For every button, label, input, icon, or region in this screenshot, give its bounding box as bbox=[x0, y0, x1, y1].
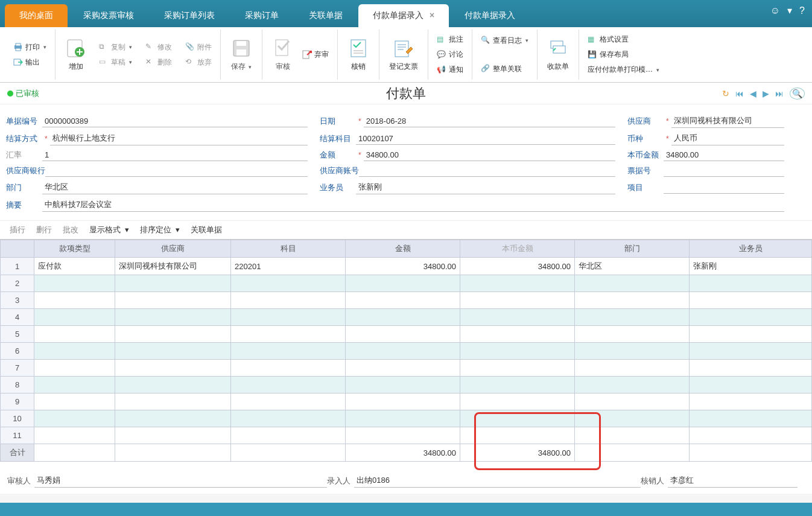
col-amount[interactable]: 金额 bbox=[346, 240, 460, 258]
bill-no-input[interactable] bbox=[664, 165, 784, 177]
table-row[interactable]: 6 bbox=[1, 343, 812, 360]
clerk-input[interactable]: 张新刚 bbox=[356, 180, 615, 194]
chevron-down-icon: ▾ bbox=[525, 37, 528, 43]
project-input[interactable] bbox=[664, 182, 784, 194]
field-amount: 金额 * 34800.00 bbox=[320, 149, 615, 161]
print-template-button[interactable]: 应付付款单打印模… ▾ bbox=[584, 63, 663, 76]
last-icon[interactable]: ⏭ bbox=[775, 89, 784, 98]
col-type[interactable]: 款项类型 bbox=[34, 240, 115, 258]
col-supplier[interactable]: 供应商 bbox=[115, 240, 231, 258]
tab-related-docs[interactable]: 关联单据 bbox=[294, 4, 357, 27]
table-row[interactable]: 7 bbox=[1, 360, 812, 377]
discard-button[interactable]: ⟲ 放弃 bbox=[182, 56, 215, 69]
view-log-button[interactable]: 🔍 查看日志 ▾ bbox=[477, 34, 532, 47]
writeoff-value: 李彦红 bbox=[668, 474, 798, 488]
attachment-button[interactable]: 📎 附件 bbox=[182, 41, 215, 54]
cell-subject[interactable]: 220201 bbox=[231, 258, 346, 275]
summary-input[interactable]: 中航科技7层会议室 bbox=[42, 198, 784, 212]
table-row[interactable]: 1 应付款 深圳同视科技有限公司 220201 34800.00 34800.0… bbox=[1, 258, 812, 275]
cell-supplier[interactable]: 深圳同视科技有限公司 bbox=[115, 258, 231, 275]
smile-icon[interactable]: ☺ bbox=[770, 5, 780, 16]
tab-payment-entry-2[interactable]: 付款单据录入 bbox=[450, 4, 530, 27]
table-row[interactable]: 11 bbox=[1, 427, 812, 444]
currency-input[interactable]: 人民币 bbox=[671, 132, 784, 145]
table-row[interactable]: 2 bbox=[1, 275, 812, 292]
prev-icon[interactable]: ◀ bbox=[750, 89, 756, 98]
search-icon[interactable]: 🔍 bbox=[790, 88, 805, 100]
sort-button[interactable]: 排序定位 ▾ bbox=[140, 225, 180, 235]
insert-row-button[interactable]: 插行 bbox=[10, 225, 25, 235]
help-icon[interactable]: ? bbox=[799, 5, 805, 16]
cell-base-amount[interactable]: 34800.00 bbox=[460, 258, 575, 275]
svg-rect-7 bbox=[236, 41, 246, 46]
whole-related-button[interactable]: 🔗 整单关联 bbox=[477, 63, 532, 75]
related-docs-button[interactable]: 关联单据 bbox=[191, 225, 222, 235]
col-clerk[interactable]: 业务员 bbox=[690, 240, 812, 258]
receipt-button[interactable]: 收款单 bbox=[542, 35, 574, 74]
delete-row-button[interactable]: 删行 bbox=[36, 225, 52, 235]
tab-payment-entry-active[interactable]: 付款单据录入 × bbox=[358, 4, 449, 27]
cell-dept[interactable]: 华北区 bbox=[575, 258, 690, 275]
field-subject: 结算科目 10020107 bbox=[320, 132, 615, 145]
refresh-icon[interactable]: ↻ bbox=[722, 89, 729, 98]
add-button[interactable]: 增加 bbox=[60, 35, 92, 74]
field-summary: 摘要 中航科技7层会议室 bbox=[6, 198, 784, 212]
amount-input[interactable]: 34800.00 bbox=[364, 149, 615, 161]
table-row[interactable]: 5 bbox=[1, 326, 812, 343]
delete-button[interactable]: ✕ 删除 bbox=[142, 56, 176, 69]
display-format-button[interactable]: 显示格式 ▾ bbox=[89, 225, 129, 235]
table-row[interactable]: 8 bbox=[1, 377, 812, 393]
tab-purchase-order[interactable]: 采购订单 bbox=[230, 4, 293, 27]
grid-container: 款项类型 供应商 科目 金额 本币金额 部门 业务员 1 应付款 深圳同视科技有… bbox=[0, 240, 812, 462]
register-cheque-button[interactable]: 登记支票 bbox=[384, 35, 423, 74]
format-setting-button[interactable]: ▦ 格式设置 bbox=[584, 33, 663, 46]
col-dept[interactable]: 部门 bbox=[575, 240, 690, 258]
modify-button[interactable]: ✎ 修改 bbox=[142, 41, 176, 54]
col-subject[interactable]: 科目 bbox=[231, 240, 346, 258]
draft-button[interactable]: ▭ 草稿 ▾ bbox=[95, 56, 136, 69]
svg-rect-1 bbox=[16, 43, 21, 46]
print-button[interactable]: 打印 ▾ bbox=[10, 41, 50, 54]
batch-edit-button[interactable]: 批改 bbox=[63, 225, 78, 235]
supplier-input[interactable]: 深圳同视科技有限公司 bbox=[671, 114, 784, 128]
table-row[interactable]: 4 bbox=[1, 309, 812, 326]
col-base-amount[interactable]: 本币金额 bbox=[460, 240, 575, 258]
svg-rect-11 bbox=[351, 40, 366, 57]
entry-field: 录入人 出纳0186 bbox=[327, 474, 641, 488]
tab-purchase-order-list[interactable]: 采购订单列表 bbox=[150, 4, 229, 27]
notify-button[interactable]: 📢 通知 bbox=[433, 63, 467, 76]
add-label: 增加 bbox=[69, 62, 83, 72]
copy-button[interactable]: ⧉ 复制 ▾ bbox=[95, 41, 136, 54]
table-row[interactable]: 10 bbox=[1, 410, 812, 427]
deprecate-button[interactable]: 弃审 bbox=[299, 48, 332, 61]
tab-close-icon[interactable]: × bbox=[430, 10, 434, 20]
doc-no-input[interactable]: 0000000389 bbox=[42, 115, 308, 127]
field-date: 日期 * 2018-06-28 bbox=[320, 114, 615, 128]
cell-amount[interactable]: 34800.00 bbox=[346, 258, 460, 275]
table-row[interactable]: 9 bbox=[1, 393, 812, 410]
supplier-acct-input[interactable] bbox=[359, 165, 615, 177]
cell-type[interactable]: 应付款 bbox=[34, 258, 115, 275]
audit-button[interactable]: 审核 bbox=[267, 35, 299, 74]
tab-my-desktop[interactable]: 我的桌面 bbox=[5, 4, 68, 27]
save-layout-button[interactable]: 💾 保存布局 bbox=[584, 48, 663, 61]
discuss-button[interactable]: 💬 讨论 bbox=[433, 48, 467, 61]
subject-input[interactable]: 10020107 bbox=[356, 133, 615, 145]
output-button[interactable]: 输出 bbox=[10, 56, 50, 69]
supplier-bank-input[interactable] bbox=[45, 165, 308, 177]
writeoff-button[interactable]: 核销 bbox=[343, 35, 374, 74]
save-button[interactable]: 保存 ▾ bbox=[226, 35, 257, 74]
dept-input[interactable]: 华北区 bbox=[42, 180, 308, 194]
first-icon[interactable]: ⏮ bbox=[735, 89, 744, 98]
next-icon[interactable]: ▶ bbox=[763, 89, 769, 98]
rate-input[interactable]: 1 bbox=[42, 149, 308, 161]
dropdown-icon[interactable]: ▾ bbox=[787, 5, 792, 16]
method-input[interactable]: 杭州银行上地支行 bbox=[50, 132, 308, 145]
date-input[interactable]: 2018-06-28 bbox=[364, 115, 615, 127]
tab-purchase-invoice-audit[interactable]: 采购发票审核 bbox=[69, 4, 148, 27]
table-row[interactable]: 3 bbox=[1, 292, 812, 309]
remark-button[interactable]: ▤ 批注 bbox=[433, 33, 467, 46]
cell-clerk[interactable]: 张新刚 bbox=[690, 258, 812, 275]
base-amount-input[interactable]: 34800.00 bbox=[664, 149, 784, 161]
copy-icon: ⧉ bbox=[99, 42, 109, 52]
